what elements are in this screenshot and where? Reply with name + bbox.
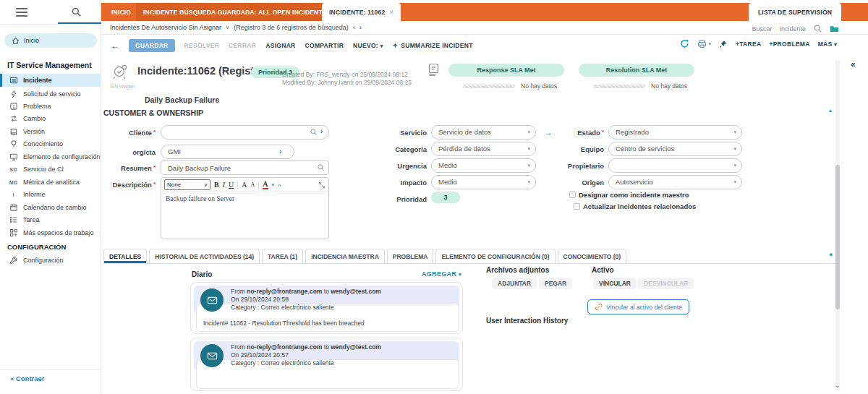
sidebar-item-conocimiento[interactable]: Conocimiento (0, 138, 101, 150)
decrease-font-button[interactable]: A (250, 182, 255, 188)
share-button[interactable]: COMPARTIR (305, 42, 344, 49)
tab-lista-supervision[interactable]: LISTA DE SUPERVISIÓN (749, 3, 841, 21)
workspace-tabbar: INICIO INCIDENTE BÚSQUEDA GUARDADA: ALL … (101, 3, 868, 21)
pin-icon[interactable] (719, 40, 728, 48)
blockquote-button[interactable]: » (278, 181, 281, 188)
prev-record-icon[interactable]: ‹ (353, 24, 355, 31)
response-sla-badge: Response SLA Met (448, 64, 564, 77)
sidebar-item-cambio[interactable]: Cambio (0, 113, 101, 124)
vertical-scrollbar-thumb[interactable] (835, 165, 840, 309)
back-arrow-icon[interactable]: ← (110, 40, 119, 51)
tab-historial-actividades[interactable]: HISTORIAL DE ACTIVIDADES (14) (149, 249, 260, 263)
master-incident-checkbox[interactable] (569, 192, 576, 198)
estado-dropdown[interactable]: Registrado▾ (608, 125, 742, 140)
font-select[interactable]: None∨ (164, 179, 210, 190)
equipo-dropdown[interactable]: Centro de servicios▾ (608, 142, 742, 156)
new-menu-button[interactable]: NUEVO: ▾ (353, 42, 383, 49)
tab-problema[interactable]: PROBLEMA (387, 249, 434, 263)
created-by-text: Created By: FRS_wendy on 25/09/2024 08:1… (282, 71, 408, 78)
more-menu-button[interactable]: MÁS ▾ (818, 40, 837, 48)
tab-incidencia-maestra[interactable]: INCIDENCIA MAESTRA (305, 249, 385, 263)
section-collapse-icon[interactable]: ▴ (829, 107, 832, 114)
sidebar-item-tarea[interactable]: Tarea (0, 214, 101, 226)
journal-entry-card[interactable]: From no-reply@frontrange.com to wendy@te… (190, 338, 463, 391)
sidebar-search-icon[interactable] (71, 7, 82, 17)
journal-entry-meta: From no-reply@frontrange.com to wendy@te… (231, 288, 381, 312)
open-record-arrow-icon[interactable]: › (320, 127, 323, 135)
expand-editor-icon[interactable] (318, 181, 326, 189)
close-icon[interactable]: × (389, 9, 393, 16)
urgencia-dropdown[interactable]: Medio▾ (431, 158, 536, 173)
hamburger-menu-icon[interactable] (16, 8, 27, 19)
tab-detalles[interactable]: DETALLES (103, 249, 147, 263)
search-icon[interactable] (813, 24, 822, 33)
italic-button[interactable]: I (223, 181, 225, 189)
categoria-dropdown[interactable]: Pérdida de datos▾ (431, 142, 536, 156)
search-context-label[interactable]: Incidente (779, 25, 806, 33)
asset-title: Activo (592, 266, 614, 274)
bold-button[interactable]: B (214, 181, 219, 189)
tab-elemento-configuracion[interactable]: ELEMENTO DE CONFIGURACIÓN (0) (435, 249, 555, 263)
divider (0, 24, 101, 25)
open-record-arrow-icon[interactable]: › (279, 145, 281, 158)
chevron-down-icon[interactable]: ▾ (272, 182, 275, 188)
assign-button[interactable]: ASIGNAR (265, 42, 295, 49)
journal-add-button[interactable]: AGREGAR ▾ (422, 270, 461, 278)
update-related-checkbox[interactable] (574, 203, 580, 210)
collapse-panel-icon[interactable]: « (851, 59, 856, 69)
increase-font-button[interactable]: A (242, 181, 247, 189)
search-icon[interactable] (317, 163, 325, 171)
cliente-input[interactable] (161, 125, 329, 140)
tab-tarea[interactable]: TAREA (1) (262, 249, 303, 263)
impacto-dropdown[interactable]: Medio▾ (431, 175, 536, 189)
sidebar-item-configuracion[interactable]: Configuración (0, 254, 101, 266)
journal-entry-meta: From no-reply@frontrange.com to wendy@te… (231, 343, 381, 367)
summarize-incident-button[interactable]: ✦ SUMMARIZE INCIDENT (392, 42, 472, 49)
tab-incident-11062[interactable]: INCIDENTE: 11062 × (322, 3, 401, 21)
font-color-button[interactable]: A (263, 181, 268, 189)
add-problem-button[interactable]: +PROBLEMA (769, 40, 809, 48)
tab-saved-search[interactable]: INCIDENTE BÚSQUEDA GUARDADA: ALL OPEN IN… (136, 3, 342, 21)
save-button[interactable]: GUARDAR (129, 39, 175, 52)
sidebar-item-mas-espacios[interactable]: Más espacios de trabajo (0, 227, 101, 239)
sidebar-item-inicio[interactable]: Inicio (4, 33, 97, 48)
journal-entry-card[interactable]: From no-reply@frontrange.com to wendy@te… (190, 282, 463, 334)
scroll-down-chevron-icon[interactable]: ⌄ (835, 382, 841, 389)
orgcta-field[interactable]: GMI › (161, 145, 294, 159)
sidebar-item-problema[interactable]: Problema (0, 100, 101, 112)
sidebar-item-incidente[interactable]: Incidente (0, 74, 101, 87)
resolve-button: RESOLVER (184, 42, 220, 49)
servicio-dropdown[interactable]: Servicio de datos▾ (431, 125, 536, 140)
sidebar-item-elemento-configuracion[interactable]: Elemento de configuración (0, 151, 101, 163)
propietario-dropdown[interactable]: ▾ (608, 158, 742, 173)
add-task-button[interactable]: +TAREA (736, 40, 761, 48)
link-customer-asset-button[interactable]: Vincular al activo del cliente (587, 299, 689, 314)
attach-button[interactable]: ADJUNTAR (492, 278, 537, 289)
refresh-icon[interactable] (680, 39, 689, 48)
required-marker: * (153, 164, 156, 171)
tab-conocimiento[interactable]: CONOCIMIENTO (0) (558, 249, 627, 263)
origen-dropdown[interactable]: Autoservicio▾ (608, 175, 742, 189)
next-record-icon[interactable]: › (359, 24, 362, 31)
underline-button[interactable]: U (229, 181, 234, 189)
sidebar-collapse-button[interactable]: « Contraer (10, 374, 45, 382)
saved-items-folder-icon[interactable] (830, 24, 839, 33)
print-button[interactable]: ▾ (697, 39, 711, 48)
sidebar-item-metrica[interactable]: MD Métrica de analítica (0, 176, 101, 188)
chevron-down-icon[interactable]: ∨ (226, 25, 229, 30)
resumen-input[interactable] (161, 160, 329, 175)
tab-info-dot-icon[interactable]: ● (829, 251, 833, 258)
sidebar-item-servicio-ci[interactable]: SD Servicio de CI (0, 163, 101, 175)
link-asset-button[interactable]: VÍNCULAR (593, 278, 637, 289)
sidebar-item-calendario[interactable]: Calendario de cambio (0, 202, 101, 213)
search-icon[interactable] (310, 128, 318, 136)
master-incident-checkbox-row: Designar como incidente maestro (569, 191, 689, 199)
paste-button[interactable]: PEGAR (539, 278, 572, 289)
sidebar-item-version[interactable]: Versión (0, 126, 101, 137)
tab-inicio[interactable]: INICIO (104, 3, 138, 21)
description-text[interactable]: Backup failure on Server (161, 192, 328, 205)
sidebar-item-solicitud[interactable]: Solicitud de servicio (0, 88, 101, 100)
saved-search-name[interactable]: Incidentes De Autoservicio Sin Asignar (110, 24, 221, 31)
required-marker: * (153, 181, 156, 187)
sidebar-item-informe[interactable]: I Informe (0, 189, 101, 200)
